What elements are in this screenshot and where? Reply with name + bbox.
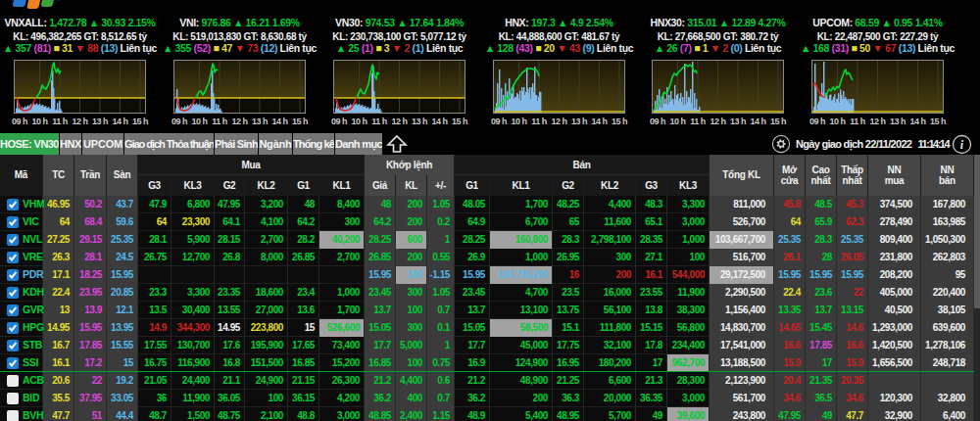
svg-text:i: i — [960, 138, 964, 152]
